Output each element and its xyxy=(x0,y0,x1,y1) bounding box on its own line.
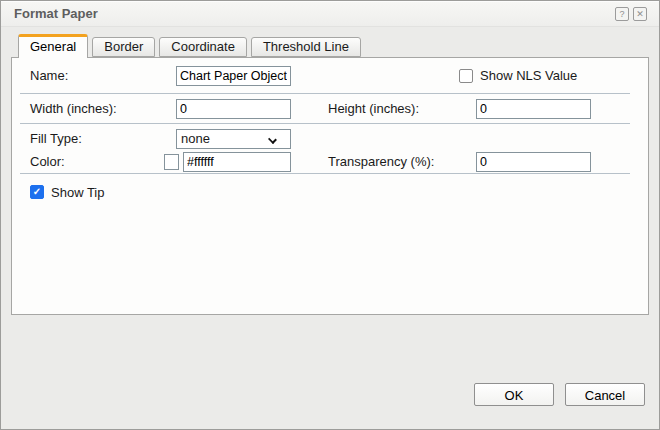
tab-border[interactable]: Border xyxy=(92,37,155,57)
name-input[interactable] xyxy=(176,66,291,86)
width-input[interactable] xyxy=(176,99,291,119)
dialog-footer: OK Cancel xyxy=(474,383,645,406)
show-nls-group[interactable]: Show NLS Value xyxy=(459,68,577,83)
height-label: Height (inches): xyxy=(328,101,476,116)
chevron-down-icon xyxy=(268,135,277,144)
fill-type-select[interactable]: none xyxy=(176,129,291,149)
width-label: Width (inches): xyxy=(30,101,176,116)
color-label: Color: xyxy=(30,154,164,169)
color-row: Color: Transparency (%): xyxy=(12,150,648,173)
transparency-input[interactable] xyxy=(476,152,591,172)
color-hex-input[interactable] xyxy=(183,152,291,172)
tab-border-label: Border xyxy=(104,39,143,54)
tab-general[interactable]: General xyxy=(18,34,88,58)
tab-threshold-line[interactable]: Threshold Line xyxy=(251,37,361,57)
fill-type-label: Fill Type: xyxy=(30,131,176,146)
format-paper-dialog: Format Paper ? ✕ General Border Coordina… xyxy=(0,0,660,430)
height-input[interactable] xyxy=(476,99,591,119)
fill-type-value: none xyxy=(181,131,210,146)
general-tab-panel: Name: Show NLS Value Width (inches): Hei… xyxy=(11,57,649,315)
name-label: Name: xyxy=(30,68,176,83)
color-swatch[interactable] xyxy=(164,154,179,170)
show-tip-label: Show Tip xyxy=(51,185,104,200)
close-icon[interactable]: ✕ xyxy=(633,7,647,21)
tab-strip: General Border Coordinate Threshold Line xyxy=(18,34,649,57)
name-row: Name: Show NLS Value xyxy=(12,58,648,93)
tab-threshold-line-label: Threshold Line xyxy=(263,39,349,54)
show-tip-row: Show Tip xyxy=(12,174,648,204)
show-nls-checkbox[interactable] xyxy=(459,69,473,83)
tab-coordinate-label: Coordinate xyxy=(171,39,235,54)
show-tip-checkbox[interactable] xyxy=(30,185,44,199)
show-nls-label: Show NLS Value xyxy=(480,68,577,83)
tab-general-label: General xyxy=(30,39,76,54)
dialog-title: Format Paper xyxy=(14,6,98,21)
tab-coordinate[interactable]: Coordinate xyxy=(159,37,247,57)
fill-type-row: Fill Type: none xyxy=(12,124,648,150)
window-controls: ? ✕ xyxy=(615,7,647,21)
transparency-label: Transparency (%): xyxy=(328,154,476,169)
help-icon[interactable]: ? xyxy=(615,7,629,21)
cancel-button[interactable]: Cancel xyxy=(565,383,645,406)
dialog-titlebar[interactable]: Format Paper ? ✕ xyxy=(1,1,659,27)
ok-button[interactable]: OK xyxy=(474,383,554,406)
width-height-row: Width (inches): Height (inches): xyxy=(12,94,648,123)
